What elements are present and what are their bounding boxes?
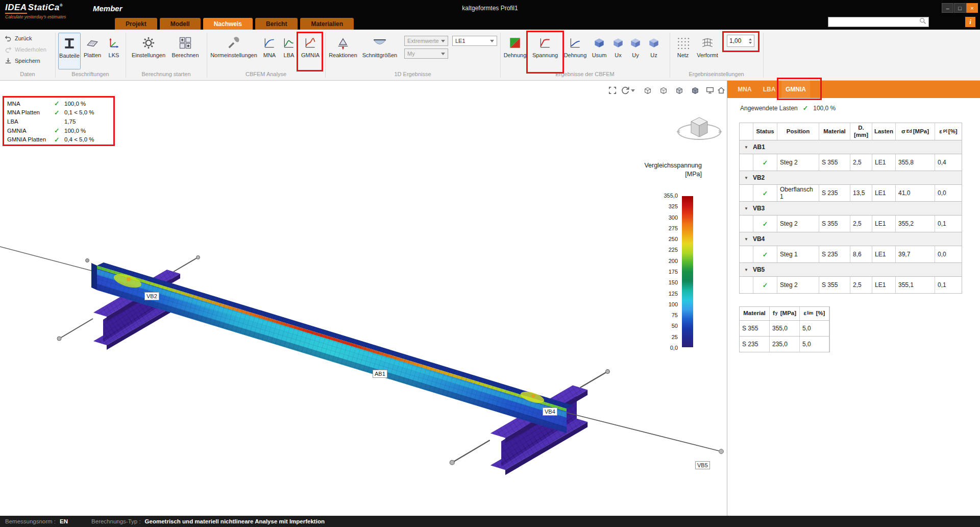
gmnia-button[interactable]: GMNIA <box>299 33 322 69</box>
expand-triangle-icon[interactable]: ▼ <box>744 237 748 242</box>
undo-icon <box>4 34 12 42</box>
fullscreen-icon[interactable] <box>607 85 618 96</box>
home-icon[interactable] <box>716 85 727 96</box>
shaded-cube-icon[interactable] <box>674 85 685 96</box>
dehnung-farb-button[interactable]: Dehnung <box>502 33 528 69</box>
group-row-vb3[interactable]: ▼VB3 <box>740 202 962 215</box>
search-box[interactable] <box>828 17 929 27</box>
einstellungen-button[interactable]: Einstellungen <box>130 33 167 69</box>
colorbar-gradient <box>682 196 693 347</box>
redo-button[interactable]: Wiederholen <box>4 44 46 54</box>
netz-button[interactable]: Netz <box>673 33 693 69</box>
group-label-daten: Daten <box>0 71 55 79</box>
group-row-vb4[interactable]: ▼VB4 <box>740 232 962 246</box>
ux-button[interactable]: Ux <box>610 33 626 69</box>
check-icon: ✓ <box>763 220 768 228</box>
table-row[interactable]: ✓ Steg 2 S 355 2,5 LE1 355,2 0,1 <box>740 215 962 232</box>
material-table: Material fy [MPa] εlim [%] S 355 355,0 5… <box>739 306 830 352</box>
komponente-dropdown[interactable]: My <box>404 49 448 59</box>
normeinstellungen-button[interactable]: Normeinstellungen <box>209 33 258 69</box>
spannung-button[interactable]: Spannung <box>529 33 561 69</box>
mna-button[interactable]: MNA <box>260 33 279 69</box>
table-row[interactable]: ✓ Steg 2 S 355 2,5 LE1 355,8 0,4 <box>740 154 962 171</box>
analysis-type-value: Geometrisch und materiell nichtlineare A… <box>145 518 325 524</box>
reaktionen-button[interactable]: Reaktionen <box>328 33 358 69</box>
expand-triangle-icon[interactable]: ▼ <box>744 206 748 211</box>
wrench-icon <box>226 34 242 52</box>
table-row[interactable]: S 235 235,0 5,0 <box>740 337 829 352</box>
group-row-ab1[interactable]: ▼AB1 <box>740 140 962 154</box>
undo-button[interactable]: Zurück <box>4 33 32 43</box>
results-tab-lba[interactable]: LBA <box>757 81 781 98</box>
search-input[interactable] <box>830 19 919 25</box>
member-label-vb5[interactable]: VB5 <box>695 461 710 469</box>
colorbar-title: Vergleichsspannung [MPa] <box>612 161 702 179</box>
chevron-down-icon[interactable] <box>630 85 636 96</box>
table-row[interactable]: ✓ Steg 1 S 235 8,6 LE1 39,7 0,0 <box>740 246 962 263</box>
usum-button[interactable]: Usum <box>589 33 609 69</box>
dehnung-button[interactable]: Dehnung <box>562 33 588 69</box>
spinner-arrows[interactable] <box>749 38 752 44</box>
group-row-vb2[interactable]: ▼VB2 <box>740 171 962 185</box>
wireframe-cube-icon[interactable] <box>642 85 653 96</box>
3d-viewport[interactable]: MNA ✓ 100,0 % MNA Platten ✓ 0,1 < 5,0 % … <box>0 81 727 516</box>
bauteile-button[interactable]: Bauteile <box>58 33 81 69</box>
schnittgroessen-button[interactable]: Schnittgrößen <box>359 33 400 69</box>
applied-loads-status: Angewendete Lasten ✓ 100,0 % <box>740 104 836 112</box>
lks-button[interactable]: LKS <box>104 33 124 69</box>
berechnen-button[interactable]: Berechnen <box>168 33 202 69</box>
expand-triangle-icon[interactable]: ▼ <box>744 268 748 272</box>
summary-row: MNA Platten ✓ 0,1 < 5,0 % <box>7 108 110 117</box>
member-label-vb4[interactable]: VB4 <box>543 408 557 416</box>
expand-triangle-icon[interactable]: ▼ <box>744 145 748 150</box>
table-row[interactable]: S 355 355,0 5,0 <box>740 321 829 337</box>
group-label-cbfem: CBFEM Analyse <box>207 71 325 79</box>
scale-input[interactable]: 1,00 <box>727 35 754 47</box>
lba-curve-icon <box>281 34 297 52</box>
tab-nachweis[interactable]: Nachweis <box>203 18 253 30</box>
group-row-vb5[interactable]: ▼VB5 <box>740 263 962 277</box>
tab-materialien[interactable]: Materialien <box>300 18 354 30</box>
verformt-button[interactable]: Verformt <box>694 33 721 69</box>
results-table: Status Position Material D.[mm] Lasten σ… <box>739 123 962 294</box>
uz-button[interactable]: Uz <box>645 33 663 69</box>
platten-button[interactable]: Platten <box>82 33 103 69</box>
group-label-1d: 1D Ergebnisse <box>325 71 500 79</box>
check-icon: ✓ <box>54 136 64 143</box>
extremwerte-dropdown[interactable]: Extremwerte <box>404 36 448 46</box>
save-button[interactable]: Speichern <box>4 56 40 65</box>
tab-modell[interactable]: Modell <box>160 18 201 30</box>
mesh-cube-icon <box>646 34 662 52</box>
stress-curve-icon <box>537 34 553 52</box>
member-label-ab1[interactable]: AB1 <box>373 370 387 378</box>
expand-triangle-icon[interactable]: ▼ <box>744 176 748 180</box>
mesh-cube-icon <box>627 34 644 52</box>
results-tab-gmnia[interactable]: GMNIA <box>781 81 810 98</box>
check-icon: ✓ <box>763 251 768 258</box>
table-row[interactable]: ✓ Steg 2 S 355 2,5 LE1 355,1 0,1 <box>740 277 962 294</box>
group-label-ergebniseinstellungen: Ergebniseinstellungen <box>670 71 763 79</box>
results-tab-mna[interactable]: MNA <box>732 81 757 98</box>
strain-legend-icon <box>507 34 523 52</box>
tab-bericht[interactable]: Bericht <box>255 18 298 30</box>
member-label-vb2[interactable]: VB2 <box>144 292 159 300</box>
titlebar: IDEAStatiCa® Calculate yesterday's estim… <box>0 0 980 30</box>
table-row[interactable]: ✓ Oberflansch 1 S 235 13,5 LE1 41,0 0,0 <box>740 185 962 202</box>
summary-row: GMNIA Platten ✓ 0,4 < 5,0 % <box>7 135 110 144</box>
navigation-cube[interactable] <box>675 110 724 152</box>
uy-button[interactable]: Uy <box>627 33 644 69</box>
orbit-icon[interactable] <box>620 85 631 96</box>
close-button[interactable]: × <box>966 3 978 13</box>
maximize-button[interactable]: □ <box>954 3 966 13</box>
info-button[interactable]: i <box>965 17 975 27</box>
check-icon: ✓ <box>803 104 808 112</box>
display-icon[interactable] <box>704 85 716 96</box>
tab-projekt[interactable]: Projekt <box>115 18 157 30</box>
hidden-lines-cube-icon[interactable] <box>658 85 669 96</box>
lba-button[interactable]: LBA <box>280 33 298 69</box>
minimize-button[interactable]: – <box>942 3 953 13</box>
lastfall-dropdown[interactable]: LE1 <box>452 36 497 46</box>
check-icon: ✓ <box>763 159 768 166</box>
solid-cube-icon[interactable] <box>690 85 701 96</box>
support-icon <box>335 34 351 52</box>
